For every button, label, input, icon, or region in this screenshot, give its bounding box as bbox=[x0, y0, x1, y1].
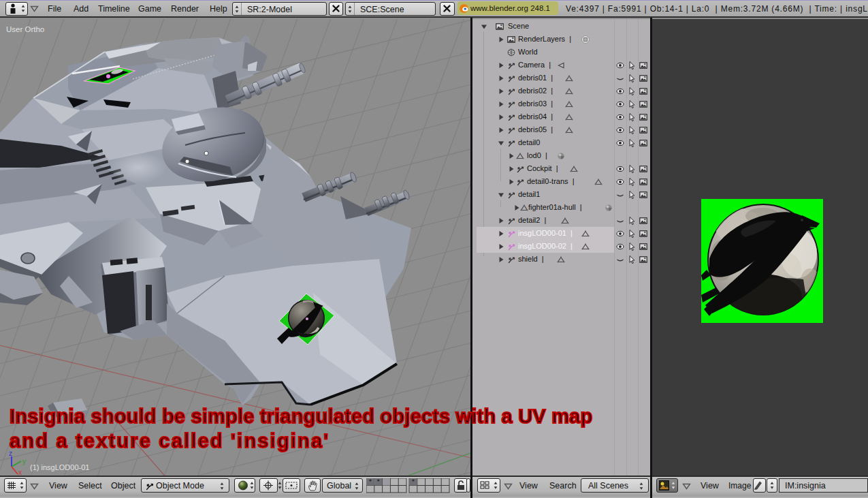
svg-text:y: y bbox=[22, 458, 26, 465]
svg-text:x: x bbox=[18, 469, 22, 476]
svg-text:(1) insgLOD00-01: (1) insgLOD00-01 bbox=[30, 463, 89, 471]
svg-text:User Ortho: User Ortho bbox=[6, 25, 44, 33]
